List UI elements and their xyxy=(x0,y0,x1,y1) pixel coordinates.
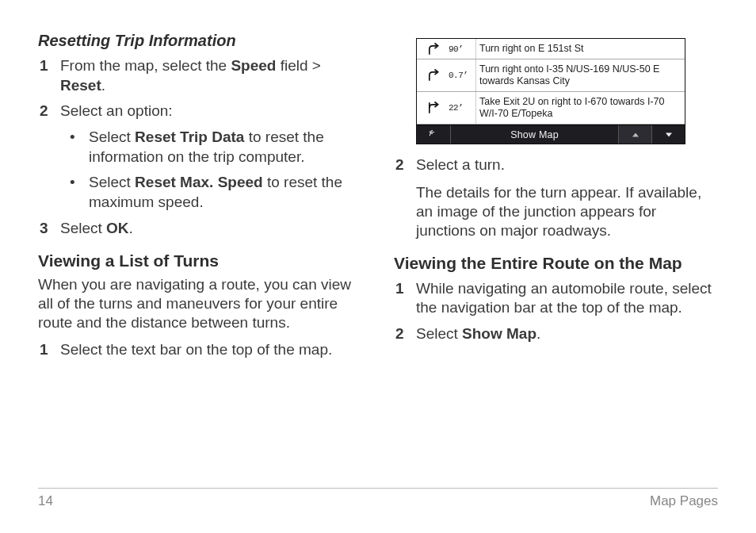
reset-step-1-text: From the map, select the Speed field > R… xyxy=(60,57,321,94)
step-number: 2 xyxy=(395,324,404,344)
route-step-1-text: While navigating an automobile route, se… xyxy=(416,280,712,316)
turn-distance: 90’ xyxy=(449,39,475,59)
heading-entire-route: Viewing the Entire Route on the Map xyxy=(394,254,718,273)
turns-step-1-text: Select the text bar on the top of the ma… xyxy=(60,341,332,358)
bold-reset-max-speed: Reset Max. Speed xyxy=(135,174,263,190)
bold-show-map: Show Map xyxy=(462,325,536,342)
reset-step-2-text: Select an option: xyxy=(60,102,173,119)
reset-step-2: 2 Select an option: Select Reset Trip Da… xyxy=(38,102,362,212)
reset-step-3: 3 Select OK. xyxy=(38,219,362,239)
turns-step-2: 2 Select a turn. The details for the tur… xyxy=(394,155,718,241)
show-map-button[interactable]: Show Map xyxy=(450,125,618,144)
turn-instruction: Take Exit 2U on right to I-670 towards I… xyxy=(475,92,685,124)
step-number: 2 xyxy=(395,155,404,175)
turns-step-2-text: Select a turn. xyxy=(416,156,505,173)
turn-instruction: Turn right onto I-35 N/US-169 N/US-50 E … xyxy=(475,59,685,91)
page-number: 14 xyxy=(38,493,53,509)
reset-option-trip-data: Select Reset Trip Data to reset the info… xyxy=(63,128,362,167)
bold-ok: OK xyxy=(106,220,129,236)
scroll-up-button[interactable] xyxy=(618,125,651,144)
route-step-2-text: Select Show Map. xyxy=(416,325,540,342)
step-number: 2 xyxy=(40,102,48,121)
step-number: 1 xyxy=(40,340,48,360)
turn-right-icon xyxy=(417,39,449,59)
back-button[interactable] xyxy=(417,125,450,144)
turn-instruction: Turn right on E 151st St xyxy=(475,39,685,59)
turn-right-icon xyxy=(417,59,449,91)
show-map-label: Show Map xyxy=(510,129,559,140)
step-number: 3 xyxy=(40,219,48,239)
route-step-2: 2 Select Show Map. xyxy=(394,324,718,344)
turn-distance: 22’ xyxy=(449,92,475,124)
section-title: Map Pages xyxy=(650,493,718,509)
device-bottom-bar: Show Map xyxy=(417,125,685,144)
heading-list-of-turns: Viewing a List of Turns xyxy=(38,251,362,270)
turn-row: 22’ Take Exit 2U on right to I-670 towar… xyxy=(417,92,685,125)
reset-option-max-speed: Select Reset Max. Speed to reset the max… xyxy=(63,173,362,212)
left-column: Resetting Trip Information 1 From the ma… xyxy=(38,22,362,366)
reset-step-3-text: Select OK. xyxy=(60,220,133,236)
exit-right-icon xyxy=(417,92,449,124)
turns-steps-cont: 2 Select a turn. The details for the tur… xyxy=(394,155,718,241)
footer: 14 Map Pages xyxy=(38,488,718,509)
bold-reset: Reset xyxy=(60,77,101,94)
reset-options: Select Reset Trip Data to reset the info… xyxy=(63,128,362,213)
step-number: 1 xyxy=(395,279,404,299)
turns-step-1: 1 Select the text bar on the top of the … xyxy=(38,340,362,360)
route-step-1: 1 While navigating an automobile route, … xyxy=(394,279,718,318)
page: Resetting Trip Information 1 From the ma… xyxy=(0,0,756,533)
reset-step-1: 1 From the map, select the Speed field >… xyxy=(38,56,362,95)
bold-speed: Speed xyxy=(231,57,276,74)
turns-step-2-detail: The details for the turn appear. If avai… xyxy=(416,183,718,241)
turns-steps: 1 Select the text bar on the top of the … xyxy=(38,340,362,360)
scroll-down-button[interactable] xyxy=(651,125,685,144)
route-steps: 1 While navigating an automobile route, … xyxy=(394,279,718,344)
turn-row: 0.7’ Turn right onto I-35 N/US-169 N/US-… xyxy=(417,59,685,92)
step-number: 1 xyxy=(40,56,48,76)
reset-steps: 1 From the map, select the Speed field >… xyxy=(38,56,362,239)
turn-distance: 0.7’ xyxy=(449,59,475,91)
right-column: 90’ Turn right on E 151st St 0.7’ Turn r… xyxy=(394,22,718,366)
turn-row: 90’ Turn right on E 151st St xyxy=(417,39,685,59)
columns: Resetting Trip Information 1 From the ma… xyxy=(38,22,718,366)
heading-resetting-trip: Resetting Trip Information xyxy=(38,32,362,50)
device-screenshot: 90’ Turn right on E 151st St 0.7’ Turn r… xyxy=(416,38,685,144)
turns-intro: When you are navigating a route, you can… xyxy=(38,275,362,333)
bold-reset-trip-data: Reset Trip Data xyxy=(135,128,244,145)
